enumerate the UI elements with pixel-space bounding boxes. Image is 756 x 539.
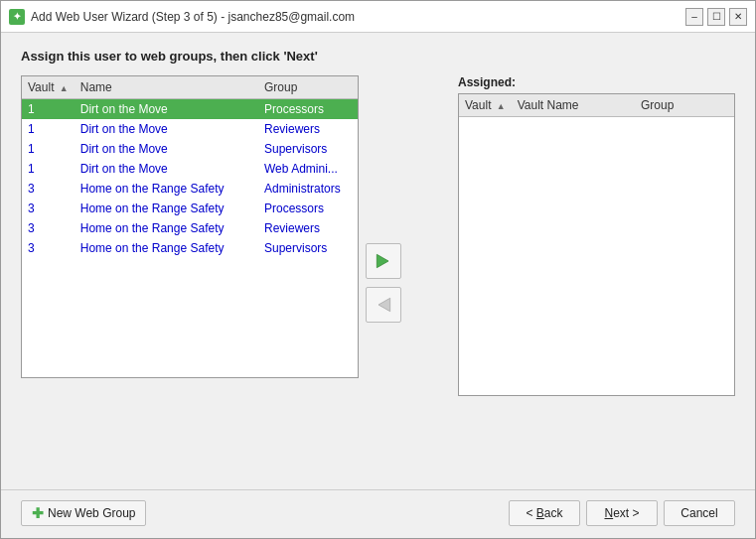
cell-vault: 1 <box>22 139 75 159</box>
table-row[interactable]: 1 Dirt on the Move Web Admini... <box>22 159 358 179</box>
main-window: ✦ Add Web User Wizard (Step 3 of 5) - js… <box>0 0 756 539</box>
cell-group: Processors <box>258 99 358 120</box>
right-col-vault[interactable]: Vault ▲ <box>459 94 512 117</box>
svg-marker-1 <box>378 298 390 311</box>
left-table-header-row: Vault ▲ Name Group <box>22 76 358 99</box>
nav-buttons: < Back Next > Cancel <box>509 500 735 526</box>
cancel-label: Cancel <box>680 506 717 520</box>
left-panel: Vault ▲ Name Group 1 Dirt on the Move Pr… <box>21 75 359 473</box>
bottom-bar: ✚ New Web Group < Back Next > Cancel <box>1 489 755 538</box>
cell-group: Processors <box>258 199 358 218</box>
back-button[interactable]: < Back <box>509 500 580 526</box>
cell-vault: 3 <box>22 218 75 238</box>
cell-name: Dirt on the Move <box>75 99 258 120</box>
cell-group: Reviewers <box>258 119 358 139</box>
cell-vault: 3 <box>22 199 75 218</box>
new-group-label: New Web Group <box>48 506 135 520</box>
cell-name: Dirt on the Move <box>75 139 258 159</box>
cell-vault: 3 <box>22 179 75 199</box>
new-web-group-button[interactable]: ✚ New Web Group <box>21 500 146 526</box>
app-icon: ✦ <box>9 9 25 25</box>
table-row[interactable]: 3 Home on the Range Safety Reviewers <box>22 218 358 238</box>
vault-sort-arrow: ▲ <box>60 83 69 93</box>
title-controls: – ☐ ✕ <box>685 8 747 26</box>
table-row[interactable]: 1 Dirt on the Move Supervisors <box>22 139 358 159</box>
left-table-container[interactable]: Vault ▲ Name Group 1 Dirt on the Move Pr… <box>21 75 359 378</box>
tables-wrapper: Vault ▲ Name Group 1 Dirt on the Move Pr… <box>21 75 735 473</box>
next-button[interactable]: Next > <box>586 500 658 526</box>
table-row[interactable]: 3 Home on the Range Safety Supervisors <box>22 238 358 258</box>
move-left-button[interactable] <box>366 287 401 323</box>
right-table-header-row: Vault ▲ Vault Name Group <box>459 94 734 117</box>
table-row[interactable]: 3 Home on the Range Safety Processors <box>22 199 358 218</box>
instruction-text: Assign this user to web groups, then cli… <box>21 49 735 64</box>
close-button[interactable]: ✕ <box>729 8 747 26</box>
right-vault-sort-arrow: ▲ <box>497 101 506 111</box>
cell-name: Home on the Range Safety <box>75 218 258 238</box>
title-bar-left: ✦ Add Web User Wizard (Step 3 of 5) - js… <box>9 9 355 25</box>
table-row[interactable]: 1 Dirt on the Move Reviewers <box>22 119 358 139</box>
left-col-vault[interactable]: Vault ▲ <box>22 76 75 99</box>
cell-name: Dirt on the Move <box>75 159 258 179</box>
left-table: Vault ▲ Name Group 1 Dirt on the Move Pr… <box>22 76 358 258</box>
cancel-button[interactable]: Cancel <box>664 500 735 526</box>
right-table: Vault ▲ Vault Name Group <box>459 94 734 117</box>
cell-vault: 3 <box>22 238 75 258</box>
cell-group: Supervisors <box>258 139 358 159</box>
back-underline-label: B <box>536 506 544 520</box>
cell-group: Supervisors <box>258 238 358 258</box>
right-col-group[interactable]: Group <box>635 94 734 117</box>
cell-name: Home on the Range Safety <box>75 199 258 218</box>
table-row[interactable]: 1 Dirt on the Move Processors <box>22 99 358 120</box>
right-col-vault-name[interactable]: Vault Name <box>512 94 635 117</box>
assigned-label: Assigned: <box>458 75 735 89</box>
maximize-button[interactable]: ☐ <box>707 8 725 26</box>
right-panel: Assigned: Vault ▲ Vault Name Group <box>458 75 735 473</box>
cell-group: Administrators <box>258 179 358 199</box>
cell-vault: 1 <box>22 159 75 179</box>
plus-icon: ✚ <box>32 506 44 520</box>
arrow-left-icon <box>374 295 393 315</box>
minimize-button[interactable]: – <box>685 8 703 26</box>
cell-vault: 1 <box>22 99 75 120</box>
main-content: Assign this user to web groups, then cli… <box>1 33 755 489</box>
cell-group: Reviewers <box>258 218 358 238</box>
left-table-body: 1 Dirt on the Move Processors 1 Dirt on … <box>22 99 358 259</box>
next-underline-label: N <box>604 506 613 520</box>
middle-buttons <box>359 91 408 473</box>
left-col-name[interactable]: Name <box>75 76 258 99</box>
svg-marker-0 <box>377 254 388 267</box>
move-right-button[interactable] <box>366 243 401 279</box>
arrow-right-icon <box>374 251 393 271</box>
title-bar: ✦ Add Web User Wizard (Step 3 of 5) - js… <box>1 1 755 33</box>
cell-name: Dirt on the Move <box>75 119 258 139</box>
cell-group: Web Admini... <box>258 159 358 179</box>
window-title: Add Web User Wizard (Step 3 of 5) - jsan… <box>31 10 355 24</box>
right-table-container[interactable]: Vault ▲ Vault Name Group <box>458 93 735 396</box>
left-col-group[interactable]: Group <box>258 76 358 99</box>
cell-name: Home on the Range Safety <box>75 238 258 258</box>
cell-vault: 1 <box>22 119 75 139</box>
cell-name: Home on the Range Safety <box>75 179 258 199</box>
table-row[interactable]: 3 Home on the Range Safety Administrator… <box>22 179 358 199</box>
